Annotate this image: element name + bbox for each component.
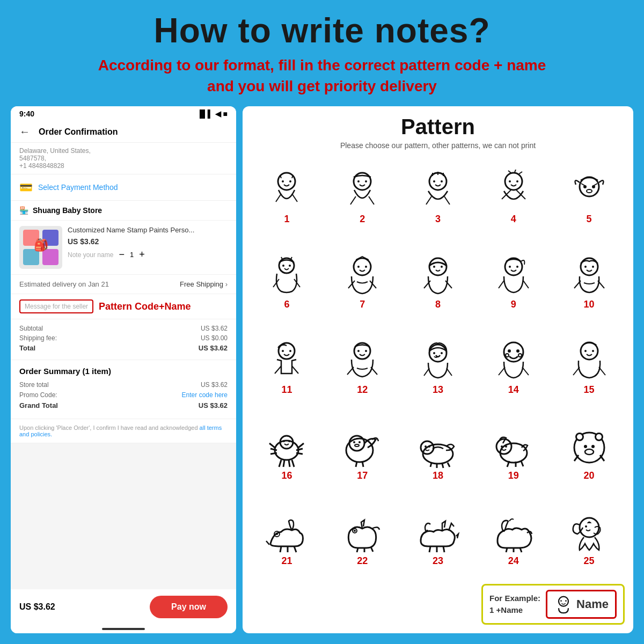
- pattern-num-21: 21: [281, 555, 292, 567]
- pattern-item-2[interactable]: 2: [327, 156, 398, 237]
- pattern-item-9[interactable]: 9: [478, 242, 549, 323]
- pattern-item-22[interactable]: 22: [327, 499, 398, 580]
- svg-line-24: [444, 196, 450, 204]
- footer-price: US $3.62: [19, 602, 55, 612]
- svg-line-74: [347, 367, 354, 375]
- svg-point-145: [354, 530, 356, 532]
- pattern-item-14[interactable]: 14: [478, 327, 549, 408]
- pattern-item-21[interactable]: 21: [251, 499, 323, 580]
- pattern-icon-17: [341, 426, 384, 469]
- svg-line-113: [356, 462, 357, 467]
- pattern-item-8[interactable]: 8: [402, 242, 474, 323]
- svg-point-48: [365, 266, 367, 268]
- svg-line-10: [276, 194, 281, 202]
- pattern-num-12: 12: [357, 384, 368, 396]
- svg-line-102: [296, 453, 303, 454]
- pattern-subtitle: Please choose our pattern, other pattern…: [251, 141, 625, 150]
- message-box[interactable]: Message for the seller: [19, 299, 93, 313]
- svg-line-23: [426, 196, 431, 204]
- pattern-num-13: 13: [433, 384, 443, 396]
- pattern-num-16: 16: [281, 470, 292, 481]
- svg-point-68: [289, 350, 291, 352]
- back-arrow-icon[interactable]: ←: [19, 126, 30, 138]
- pattern-item-1[interactable]: 1: [251, 156, 323, 237]
- terms-text: Upon clicking 'Place Order', I confirm I…: [19, 425, 198, 431]
- svg-line-121: [448, 463, 450, 467]
- pattern-num-14: 14: [508, 384, 519, 396]
- pattern-item-6[interactable]: 6: [251, 242, 323, 323]
- pattern-item-7[interactable]: 7: [327, 242, 398, 323]
- address-section: Delaware, United States, 5487578, +1 484…: [11, 143, 236, 174]
- svg-line-143: [294, 546, 296, 552]
- svg-point-159: [559, 597, 568, 606]
- svg-point-78: [441, 352, 443, 354]
- qty-plus[interactable]: +: [139, 249, 145, 260]
- pattern-num-9: 9: [511, 299, 516, 310]
- pattern-num-2: 2: [360, 214, 365, 225]
- svg-point-109: [353, 441, 355, 443]
- svg-point-13: [357, 180, 360, 182]
- svg-point-158: [585, 525, 587, 528]
- pattern-panel: Pattern Please choose our pattern, other…: [243, 106, 633, 633]
- payment-section[interactable]: 💳 Select Payment Method: [11, 174, 236, 201]
- svg-line-69: [275, 366, 281, 374]
- svg-line-103: [279, 460, 281, 467]
- grand-total-value: US $3.62: [199, 401, 228, 409]
- pattern-icon-4: [492, 170, 535, 213]
- pattern-item-13[interactable]: 13: [402, 327, 474, 408]
- pattern-item-19[interactable]: 19: [478, 413, 549, 494]
- svg-line-70: [292, 366, 298, 374]
- pattern-num-8: 8: [435, 299, 441, 310]
- pattern-item-24[interactable]: 24: [478, 499, 549, 580]
- svg-line-101: [296, 449, 303, 450]
- svg-line-120: [442, 464, 443, 468]
- svg-line-118: [430, 463, 431, 467]
- pattern-num-24: 24: [508, 555, 519, 567]
- svg-point-96: [288, 440, 290, 442]
- home-bar: [102, 628, 145, 630]
- svg-point-149: [426, 530, 428, 532]
- pattern-item-11[interactable]: 11: [251, 327, 323, 408]
- svg-point-95: [283, 440, 285, 442]
- status-bar: 9:40 ▐▌▌ ◀ ■: [11, 106, 236, 121]
- pattern-num-23: 23: [433, 555, 443, 567]
- total-label: Total: [19, 344, 35, 352]
- pattern-item-25[interactable]: 25: [553, 499, 625, 580]
- pattern-item-16[interactable]: 16: [251, 413, 323, 494]
- pattern-item-17[interactable]: 17: [327, 413, 398, 494]
- pattern-item-12[interactable]: 12: [327, 327, 398, 408]
- promo-value[interactable]: Enter code here: [182, 391, 228, 399]
- grand-total-label: Grand Total: [19, 401, 58, 409]
- svg-point-51: [429, 258, 447, 275]
- pattern-item-10[interactable]: 10: [553, 242, 625, 323]
- example-box: For Example: 1 +Name Name: [481, 584, 625, 625]
- home-indicator: [11, 625, 236, 633]
- pattern-item-23[interactable]: 23: [402, 499, 474, 580]
- store-total-label: Store total: [19, 381, 49, 389]
- svg-point-46: [354, 258, 371, 275]
- payment-icon: 💳: [19, 181, 33, 194]
- pattern-icon-19: [492, 426, 535, 469]
- pay-now-button[interactable]: Pay now: [150, 596, 228, 618]
- svg-line-106: [292, 460, 294, 467]
- svg-point-67: [282, 350, 284, 352]
- pattern-item-3[interactable]: 3: [402, 156, 474, 237]
- svg-point-134: [584, 445, 587, 448]
- product-price: US $3.62: [68, 237, 228, 246]
- svg-line-15: [350, 196, 356, 204]
- qty-minus[interactable]: −: [119, 249, 125, 260]
- svg-line-75: [371, 367, 377, 375]
- svg-point-116: [425, 445, 427, 448]
- pattern-item-18[interactable]: 18: [402, 413, 474, 494]
- pattern-item-15[interactable]: 15: [553, 327, 625, 408]
- pattern-num-6: 6: [284, 299, 289, 310]
- pattern-icon-12: [341, 340, 384, 383]
- svg-point-77: [433, 352, 435, 354]
- svg-point-52: [433, 266, 435, 268]
- pattern-item-20[interactable]: 20: [553, 413, 625, 494]
- svg-point-110: [358, 441, 361, 443]
- pattern-item-4[interactable]: 4: [478, 156, 549, 237]
- pattern-item-5[interactable]: 5: [553, 156, 625, 237]
- pattern-num-3: 3: [435, 214, 441, 225]
- pattern-num-5: 5: [587, 214, 592, 225]
